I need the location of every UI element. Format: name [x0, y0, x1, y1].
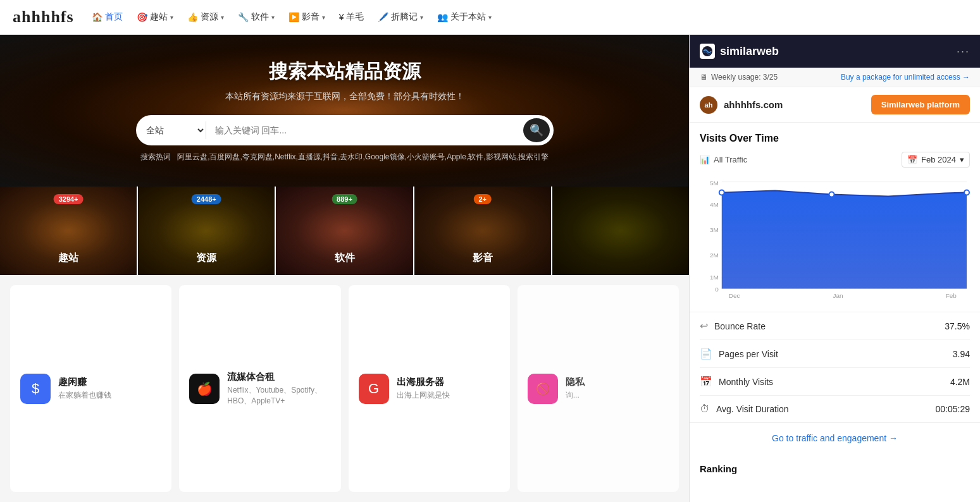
chevron-down-icon: ▾ — [221, 14, 224, 21]
sheep-icon: ¥ — [339, 12, 344, 22]
nav-item-about[interactable]: 👥 关于本站 ▾ — [432, 9, 497, 25]
category-badge: 3294+ — [54, 194, 84, 204]
sw-stat-label: Monthly Visits — [719, 377, 773, 387]
sw-favicon: ah — [700, 96, 717, 114]
sw-site-row: ah ahhhhfs.com Similarweb platform — [690, 87, 980, 123]
svg-text:Dec: Dec — [729, 292, 740, 299]
category-label: 资源 — [138, 252, 275, 265]
sw-stat-label: Bounce Rate — [714, 321, 766, 331]
promo-icon-dollar: $ — [20, 374, 51, 404]
search-tags-label: 搜索热词 — [140, 152, 175, 161]
search-input[interactable] — [206, 125, 523, 135]
sw-traffic-selector[interactable]: 📊 All Traffic — [700, 155, 747, 164]
promo-streaming[interactable]: 🍎 流媒体合租 Netflix、Youtube、Spotify、HBO、Appl… — [179, 285, 340, 492]
nav-item-quzhan[interactable]: 🎯 趣站 ▾ — [132, 9, 178, 25]
hero-title: 搜索本站精品资源 — [269, 59, 421, 85]
people-icon: 👥 — [437, 12, 448, 22]
sw-upgrade-link[interactable]: Buy a package for unlimited access → — [841, 73, 970, 82]
category-yingyin[interactable]: 2+ 影音 — [414, 187, 552, 275]
category-ziyuan[interactable]: 2448+ 资源 — [138, 187, 276, 275]
sw-cta-link[interactable]: Go to traffic and engagement → — [700, 433, 970, 443]
similarweb-panel: similarweb ··· 🖥 Weekly usage: 3/25 Buy … — [689, 35, 980, 502]
nav-item-zhejianji[interactable]: 🖊️ 折腾记 ▾ — [373, 9, 428, 25]
search-scope-select[interactable]: 全站 趣站 资源 — [136, 115, 206, 145]
search-tags-list: 阿里云盘,百度网盘,夸克网盘,Netflix,直播源,抖音,去水印,Google… — [177, 152, 549, 161]
category-label: 影音 — [414, 252, 551, 265]
sw-date-picker[interactable]: 📅 Feb 2024 ▾ — [902, 152, 970, 168]
svg-text:4M: 4M — [710, 201, 719, 208]
hero-section: 搜索本站精品资源 本站所有资源均来源于互联网，全部免费！部分具有时效性！ 全站 … — [0, 35, 689, 187]
svg-text:1M: 1M — [710, 274, 719, 281]
svg-point-16 — [964, 190, 969, 195]
pen-icon: 🖊️ — [378, 12, 388, 22]
navigation: ahhhhfs 🏠 首页 🎯 趣站 ▾ 👍 资源 ▾ 🔧 软件 ▾ ▶️ 影音 … — [0, 0, 980, 35]
sw-stat-duration: ⏱ Avg. Visit Duration 00:05:29 — [700, 396, 970, 422]
monitor-icon: 🖥 — [700, 73, 707, 82]
svg-point-14 — [719, 190, 724, 195]
category-badge: 2448+ — [192, 194, 221, 204]
sw-stat-left: ↩ Bounce Rate — [700, 320, 766, 332]
search-button[interactable]: 🔍 — [523, 118, 550, 142]
thumbs-icon: 👍 — [187, 12, 198, 22]
traffic-icon: 📊 — [700, 155, 710, 164]
promo-privacy[interactable]: 🚫 隐私 询... — [518, 285, 679, 492]
svg-marker-13 — [722, 191, 967, 289]
chevron-down-icon: ▾ — [420, 14, 423, 21]
left-panel: 搜索本站精品资源 本站所有资源均来源于互联网，全部免费！部分具有时效性！ 全站 … — [0, 35, 689, 502]
nav-item-home[interactable]: 🏠 首页 — [87, 9, 128, 25]
traffic-label: All Traffic — [714, 155, 747, 164]
promo-icon-apple: 🍎 — [189, 374, 220, 404]
sw-site-name: ahhhhfs.com — [724, 99, 783, 110]
main-content: 搜索本站精品资源 本站所有资源均来源于互联网，全部免费！部分具有时效性！ 全站 … — [0, 35, 980, 502]
sw-logo-icon — [700, 44, 715, 59]
nav-item-ziyuan[interactable]: 👍 资源 ▾ — [182, 9, 229, 25]
sw-stats: ↩ Bounce Rate 37.5% 📄 Pages per Visit 3.… — [690, 312, 980, 422]
sw-stat-left: 📄 Pages per Visit — [700, 348, 778, 360]
site-logo[interactable]: ahhhhfs — [13, 8, 74, 27]
sw-platform-button[interactable]: Similarweb platform — [871, 95, 970, 114]
category-row: 3294+ 趣站 2448+ 资源 889+ 软件 2+ 影音 — [0, 187, 689, 275]
sw-site-left: ah ahhhhfs.com — [700, 96, 783, 114]
sw-header: similarweb ··· — [690, 35, 980, 68]
sw-usage-text: Weekly usage: 3/25 — [711, 73, 778, 82]
sw-chart-controls: 📊 All Traffic 📅 Feb 2024 ▾ — [700, 152, 970, 168]
sw-chart-section: Visits Over Time 📊 All Traffic 📅 Feb 202… — [690, 123, 980, 312]
clock-icon: ⏱ — [700, 403, 710, 415]
nav-item-yangmao[interactable]: ¥ 羊毛 — [334, 9, 369, 25]
sw-stat-value-duration: 00:05:29 — [936, 404, 971, 414]
video-icon: ▶️ — [288, 12, 299, 22]
sw-stat-monthly: 📅 Monthly Visits 4.2M — [700, 368, 970, 396]
svg-text:Jan: Jan — [833, 292, 843, 299]
promo-text: 趣闲赚 在家躺着也赚钱 — [58, 376, 111, 401]
promo-server[interactable]: G 出海服务器 出海上网就是快 — [349, 285, 510, 492]
sw-logo-text: similarweb — [720, 45, 779, 58]
sw-cta[interactable]: Go to traffic and engagement → — [690, 422, 980, 453]
sw-ranking: Ranking — [690, 453, 980, 484]
category-badge: 889+ — [332, 194, 357, 204]
search-tags: 搜索热词 阿里云盘,百度网盘,夸克网盘,Netflix,直播源,抖音,去水印,G… — [140, 152, 549, 162]
promo-quxianze[interactable]: $ 趣闲赚 在家躺着也赚钱 — [10, 285, 171, 492]
sw-logo: similarweb — [700, 44, 779, 59]
svg-text:0: 0 — [715, 286, 719, 293]
promo-title: 趣闲赚 — [58, 376, 111, 388]
category-quzhan[interactable]: 3294+ 趣站 — [0, 187, 138, 275]
calendar-icon: 📅 — [907, 155, 917, 164]
category-badge: 2+ — [473, 194, 492, 204]
sw-stat-value-pages: 3.94 — [953, 349, 970, 359]
chevron-down-icon: ▾ — [960, 155, 964, 164]
sw-menu-icon[interactable]: ··· — [957, 45, 970, 58]
nav-item-yingyin[interactable]: ▶️ 影音 ▾ — [283, 9, 330, 25]
sw-cta-text: Go to traffic and engagement → — [772, 433, 898, 443]
category-label: 趣站 — [0, 252, 137, 265]
promo-text: 隐私 询... — [566, 376, 585, 401]
nav-items: 🏠 首页 🎯 趣站 ▾ 👍 资源 ▾ 🔧 软件 ▾ ▶️ 影音 ▾ ¥ 羊毛 � — [87, 9, 967, 25]
svg-text:3M: 3M — [710, 226, 719, 233]
sw-stat-label: Avg. Visit Duration — [716, 404, 789, 414]
nav-item-ruanjian[interactable]: 🔧 软件 ▾ — [233, 9, 280, 25]
category-extra[interactable] — [552, 187, 689, 275]
svg-text:5M: 5M — [710, 180, 719, 187]
promo-title: 出海服务器 — [397, 376, 450, 388]
promo-icon-g: G — [359, 374, 389, 404]
category-ruanjian[interactable]: 889+ 软件 — [276, 187, 414, 275]
promo-section: $ 趣闲赚 在家躺着也赚钱 🍎 流媒体合租 Netflix、Youtube、Sp… — [0, 275, 689, 502]
